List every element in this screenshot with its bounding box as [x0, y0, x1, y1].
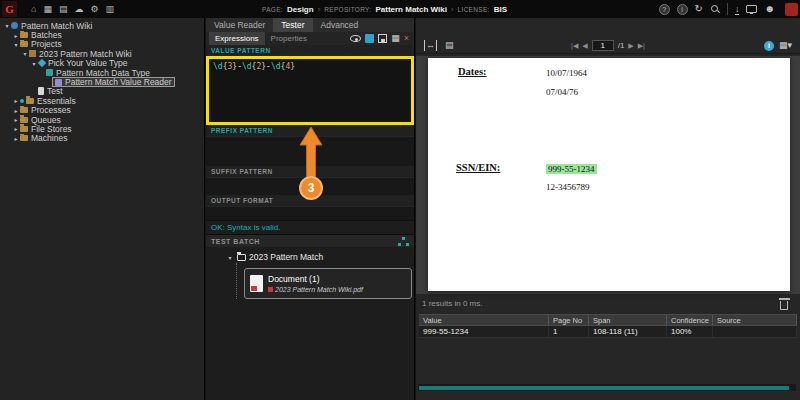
column-header-value[interactable]: Value: [419, 315, 549, 325]
buildings-icon[interactable]: ▦: [43, 0, 52, 18]
sidebar-item-test[interactable]: Test: [0, 87, 204, 96]
expander-icon[interactable]: ▸: [12, 107, 20, 114]
trash-icon[interactable]: [780, 301, 788, 310]
column-header-confidence[interactable]: Confidence: [667, 315, 713, 325]
tree-guide-line: Document (1) 2023 Pattern Match Wiki.pdf: [236, 263, 414, 299]
home-icon[interactable]: ⌂: [31, 0, 36, 18]
sidebar-item-2023-pattern-match-wiki[interactable]: ▾ 2023 Pattern Match Wiki: [0, 49, 204, 58]
expander-icon[interactable]: ▾: [3, 22, 11, 29]
refresh-icon[interactable]: ↻: [695, 0, 703, 18]
suffix-pattern-editor[interactable]: [206, 177, 414, 195]
tab-properties[interactable]: Properties: [265, 32, 313, 45]
ssn-match-highlight[interactable]: 999-55-1234: [546, 164, 597, 174]
breadcrumb-page-value[interactable]: Design: [287, 5, 314, 14]
value-pattern-header: VALUE PATTERN: [206, 45, 414, 56]
selected-node-box: Pattern Match Value Reader: [52, 77, 175, 86]
expander-icon[interactable]: ▾: [12, 41, 20, 48]
document-icon: [38, 87, 44, 95]
record-indicator-icon[interactable]: [785, 3, 798, 16]
sidebar-item-processes[interactable]: ▸ Processes: [0, 106, 204, 115]
folder-icon: [237, 254, 246, 261]
test-batch-document[interactable]: Document (1) 2023 Pattern Match Wiki.pdf: [244, 268, 412, 299]
cell-source: [713, 326, 797, 337]
tab-value-reader[interactable]: Value Reader: [206, 18, 273, 32]
viewer-toolbar-right: i ▦▾: [764, 39, 792, 52]
expander-icon[interactable]: ▾: [226, 254, 234, 261]
expander-icon[interactable]: ▾: [21, 50, 29, 57]
expander-icon[interactable]: ▸: [12, 97, 20, 104]
grid-icon[interactable]: ▦: [391, 32, 400, 45]
sidebar-item-projects[interactable]: ▾ Projects: [0, 40, 204, 49]
about-icon[interactable]: i: [677, 4, 688, 15]
column-header-page-no[interactable]: Page No: [549, 315, 589, 325]
test-batch-folder[interactable]: ▾ 2023 Pattern Match: [226, 251, 414, 263]
breadcrumb-repo-value[interactable]: Pattern Match Wiki: [375, 5, 447, 14]
cloud-icon[interactable]: ☁: [74, 0, 83, 18]
info-icon[interactable]: i: [764, 41, 774, 51]
node-tree-sidebar: ▾ Pattern Match Wiki ▸ Batches ▾ Project…: [0, 18, 205, 400]
value-pattern-editor[interactable]: \d{3}-\d{2}-\d{4}: [206, 56, 414, 125]
sidebar-item-batches[interactable]: ▸ Batches: [0, 30, 204, 39]
folder-icon: [20, 117, 28, 123]
sidebar-item-pattern-match-wiki[interactable]: ▾ Pattern Match Wiki: [0, 21, 204, 30]
app-logo[interactable]: G: [2, 1, 17, 17]
highlight-toggle-icon[interactable]: [365, 34, 374, 43]
sidebar-item-pattern-match-data-type[interactable]: Pattern Match Data Type: [0, 68, 204, 77]
document-canvas-area: Dates: 10/07/1964 07/04/76 SSN/EIN: 999-…: [416, 56, 800, 294]
breadcrumb-license-value[interactable]: BIS: [494, 5, 507, 14]
search-icon[interactable]: [710, 4, 720, 14]
prefix-pattern-editor[interactable]: [206, 136, 414, 166]
cell-page: 1: [549, 326, 589, 337]
table-row[interactable]: 999-55-1234 1 108-118 (11) 100%: [419, 326, 797, 338]
column-header-source[interactable]: Source: [713, 315, 797, 325]
help-icon[interactable]: ?: [659, 4, 670, 15]
page-number-input[interactable]: [592, 40, 614, 51]
close-icon[interactable]: ×: [404, 32, 409, 45]
sidebar-item-pick-your-value-type[interactable]: ▾ Pick Your Value Type: [0, 59, 204, 68]
test-batch-header: TEST BATCH: [206, 234, 414, 247]
sidebar-item-file-stores[interactable]: ▸ File Stores: [0, 124, 204, 133]
nav-first-icon[interactable]: |◀: [571, 42, 578, 50]
horizontal-scrollbar-track[interactable]: [418, 384, 796, 391]
preview-eye-icon[interactable]: [350, 35, 361, 42]
tab-expressions[interactable]: Expressions: [209, 32, 265, 45]
batches-icon[interactable]: ▤: [59, 0, 68, 18]
expander-icon[interactable]: ▸: [12, 116, 20, 123]
cell-span: 108-118 (11): [589, 326, 667, 337]
sidebar-item-essentials[interactable]: ▸ Essentials: [0, 96, 204, 105]
value-reader-icon: [55, 79, 62, 86]
test-batch-title: TEST BATCH: [211, 238, 260, 245]
sidebar-item-machines[interactable]: ▸ Machines: [0, 134, 204, 143]
nav-prev-icon[interactable]: ◀: [582, 42, 587, 50]
expander-icon[interactable]: ▾: [30, 60, 38, 67]
regex-token: \d: [242, 62, 252, 71]
output-format-editor[interactable]: [206, 206, 414, 220]
nav-last-icon[interactable]: ▶|: [638, 42, 645, 50]
thumbnails-icon[interactable]: ▦▾: [779, 39, 792, 52]
stats-icon[interactable]: ▥: [106, 0, 115, 18]
tab-advanced[interactable]: Advanced: [313, 18, 367, 32]
folder-icon: [20, 126, 28, 132]
breadcrumb-separator: ›: [318, 5, 321, 14]
regex-token: \d: [213, 62, 223, 71]
document-page[interactable]: Dates: 10/07/1964 07/04/76 SSN/EIN: 999-…: [428, 58, 790, 291]
save-icon[interactable]: [378, 34, 387, 43]
pages-icon[interactable]: ▤: [445, 39, 454, 52]
batch-tree-icon[interactable]: [398, 237, 409, 246]
subtab-bar: Expressions Properties ▦ ×: [206, 32, 414, 45]
expander-icon[interactable]: ▸: [12, 32, 20, 39]
workflow-icon[interactable]: ⚙: [90, 0, 98, 18]
download-icon[interactable]: ↓: [735, 4, 740, 15]
monitor-icon[interactable]: [746, 5, 757, 13]
fit-width-icon[interactable]: ↔: [424, 40, 437, 51]
expander-icon[interactable]: ▸: [12, 135, 20, 142]
nav-next-icon[interactable]: ▶: [628, 42, 633, 50]
sidebar-item-pattern-match-value-reader[interactable]: Pattern Match Value Reader: [0, 77, 204, 86]
users-icon[interactable]: ☻: [764, 0, 775, 18]
expander-icon[interactable]: ▸: [12, 125, 20, 132]
tab-tester[interactable]: Tester: [273, 18, 312, 32]
horizontal-scrollbar-thumb[interactable]: [419, 386, 789, 390]
sidebar-item-queues[interactable]: ▸ Queues: [0, 115, 204, 124]
column-header-span[interactable]: Span: [589, 315, 667, 325]
document-file-row: 2023 Pattern Match Wiki.pdf: [268, 286, 363, 293]
